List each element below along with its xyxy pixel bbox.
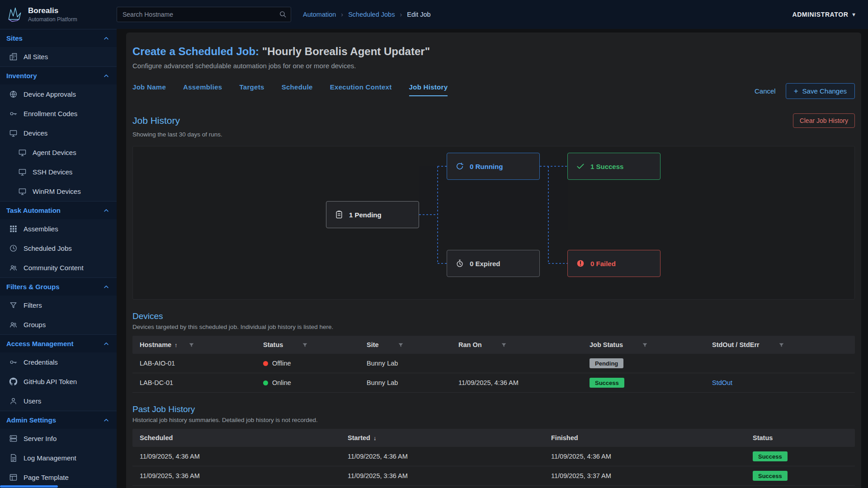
column-header-stdout-stderr[interactable]: StdOut / StdErr	[705, 341, 855, 348]
device-row[interactable]: LAB-AIO-01 Offline Bunny Lab Pending	[132, 354, 855, 373]
sidebar-item-filters[interactable]: Filters	[0, 296, 117, 315]
sidebar-item-label: Log Management	[24, 454, 76, 462]
tab-assemblies[interactable]: Assemblies	[183, 83, 222, 96]
column-label: Job Status	[590, 341, 623, 348]
running-count-label: 0 Running	[470, 163, 503, 170]
past-job-history-subheading: Historical job history summaries. Detail…	[132, 417, 855, 423]
cell-status: Success	[745, 451, 855, 461]
expired-count-label: 0 Expired	[470, 260, 500, 267]
cell-job-status: Pending	[582, 358, 705, 368]
tab-schedule[interactable]: Schedule	[282, 83, 313, 96]
sidebar-item-agent-devices[interactable]: Agent Devices	[0, 143, 117, 162]
column-label: Status	[753, 434, 773, 441]
tab-targets[interactable]: Targets	[239, 83, 264, 96]
page-subtitle: Configure advanced schedulable automatio…	[132, 62, 855, 70]
sidebar-section-task-automation[interactable]: Task Automation	[0, 201, 117, 219]
stopwatch-icon	[455, 259, 464, 268]
section-title: Admin Settings	[6, 416, 56, 424]
borealis-logo-icon	[5, 5, 24, 23]
column-header-site[interactable]: Site	[359, 341, 451, 348]
sidebar-item-log-management[interactable]: Log Management	[0, 448, 117, 468]
sidebar-item-device-approvals[interactable]: Device Approvals	[0, 84, 117, 104]
column-header-hostname[interactable]: Hostname ↑	[132, 341, 256, 348]
section-title: Inventory	[6, 72, 37, 80]
sidebar-item-page-template[interactable]: Page Template	[0, 468, 117, 487]
sidebar-item-github-api-token[interactable]: GitHub API Token	[0, 372, 117, 391]
column-header-job-status[interactable]: Job Status	[582, 341, 705, 348]
column-header-status[interactable]: Status	[256, 341, 359, 348]
tab-job-name[interactable]: Job Name	[132, 83, 166, 96]
tab-job-history[interactable]: Job History	[409, 83, 448, 96]
sidebar-item-scheduled-jobs[interactable]: Scheduled Jobs	[0, 239, 117, 258]
sidebar-item-devices[interactable]: Devices	[0, 123, 117, 143]
past-job-row[interactable]: 11/09/2025, 4:36 AM 11/09/2025, 4:36 AM …	[132, 447, 855, 466]
cell-job-status: Success	[582, 378, 705, 388]
column-label: Ran On	[458, 341, 482, 348]
people-icon	[9, 263, 18, 272]
filter-funnel-icon[interactable]	[778, 342, 784, 348]
pending-count-card: 1 Pending	[326, 201, 419, 228]
sidebar-section-inventory[interactable]: Inventory	[0, 66, 117, 84]
filter-funnel-icon[interactable]	[642, 342, 648, 348]
past-table-header: Scheduled Started ↓ Finished Status	[132, 429, 855, 447]
sidebar-item-users[interactable]: Users	[0, 391, 117, 411]
sidebar-item-community-content[interactable]: Community Content	[0, 258, 117, 277]
filter-funnel-icon[interactable]	[302, 342, 308, 348]
column-header-finished[interactable]: Finished	[544, 434, 745, 441]
plus-icon: +	[794, 87, 798, 95]
past-job-row[interactable]: 11/09/2025, 2:36 AM 11/09/2025, 2:36 AM …	[132, 486, 855, 488]
stdout-link[interactable]: StdOut	[712, 379, 732, 386]
cell-status: Online	[256, 379, 359, 386]
sidebar-horizontal-scrollbar-thumb[interactable]	[0, 485, 58, 488]
sidebar-item-credentials[interactable]: Credentials	[0, 352, 117, 372]
brand: Borealis Automation Platform	[0, 5, 117, 23]
sidebar-item-assemblies[interactable]: Assemblies	[0, 219, 117, 239]
sidebar-section-filters-groups[interactable]: Filters & Groups	[0, 277, 117, 296]
search-input[interactable]	[117, 7, 291, 22]
status-badge: Success	[590, 378, 624, 388]
cell-status: Success	[745, 471, 855, 481]
sidebar-section-sites[interactable]: Sites	[0, 29, 117, 47]
section-title: Task Automation	[6, 206, 61, 214]
cancel-button[interactable]: Cancel	[755, 87, 776, 95]
cell-site: Bunny Lab	[359, 379, 451, 386]
sidebar-item-server-info[interactable]: Server Info	[0, 429, 117, 448]
brand-name: Borealis	[28, 6, 77, 15]
tab-execution-context[interactable]: Execution Context	[330, 83, 392, 96]
user-menu-label: ADMINISTRATOR	[792, 11, 848, 18]
sidebar-item-winrm-devices[interactable]: WinRM Devices	[0, 182, 117, 201]
cell-scheduled: 11/09/2025, 4:36 AM	[132, 453, 340, 460]
sidebar-item-ssh-devices[interactable]: SSH Devices	[0, 162, 117, 182]
column-header-started[interactable]: Started ↓	[340, 434, 544, 441]
column-header-status[interactable]: Status	[745, 434, 855, 441]
column-header-scheduled[interactable]: Scheduled	[132, 434, 340, 441]
sidebar-item-all-sites[interactable]: All Sites	[0, 47, 117, 66]
breadcrumb-automation[interactable]: Automation	[303, 11, 336, 18]
filter-funnel-icon[interactable]	[398, 342, 404, 348]
monitor-icon	[18, 148, 27, 157]
sidebar-item-enrollment-codes[interactable]: Enrollment Codes	[0, 104, 117, 123]
filter-funnel-icon[interactable]	[501, 342, 507, 348]
filter-funnel-icon[interactable]	[189, 342, 194, 348]
sidebar-item-groups[interactable]: Groups	[0, 315, 117, 334]
running-count-card: 0 Running	[447, 153, 540, 180]
breadcrumb-scheduled-jobs[interactable]: Scheduled Jobs	[348, 11, 395, 18]
page-title-prefix: Create a Scheduled Job:	[132, 45, 259, 57]
save-changes-button[interactable]: + Save Changes	[786, 83, 855, 99]
sidebar-section-admin-settings[interactable]: Admin Settings	[0, 411, 117, 429]
sidebar-section-access-management[interactable]: Access Management	[0, 334, 117, 352]
user-menu[interactable]: ADMINISTRATOR ▾	[792, 11, 868, 18]
sidebar-item-label: WinRM Devices	[33, 188, 81, 195]
layout-icon	[9, 473, 18, 482]
past-job-row[interactable]: 11/09/2025, 3:36 AM 11/09/2025, 3:36 AM …	[132, 466, 855, 486]
check-icon	[576, 162, 585, 171]
clear-job-history-button[interactable]: Clear Job History	[793, 113, 855, 128]
people-icon	[9, 320, 18, 329]
sidebar-item-label: Device Approvals	[24, 90, 76, 98]
buildings-icon	[9, 52, 18, 61]
device-row[interactable]: LAB-DC-01 Online Bunny Lab 11/09/2025, 4…	[132, 373, 855, 393]
status-badge: Pending	[590, 358, 623, 368]
offline-status-dot	[263, 361, 268, 366]
cell-started: 11/09/2025, 3:36 AM	[340, 472, 544, 479]
column-header-ran-on[interactable]: Ran On	[451, 341, 582, 348]
